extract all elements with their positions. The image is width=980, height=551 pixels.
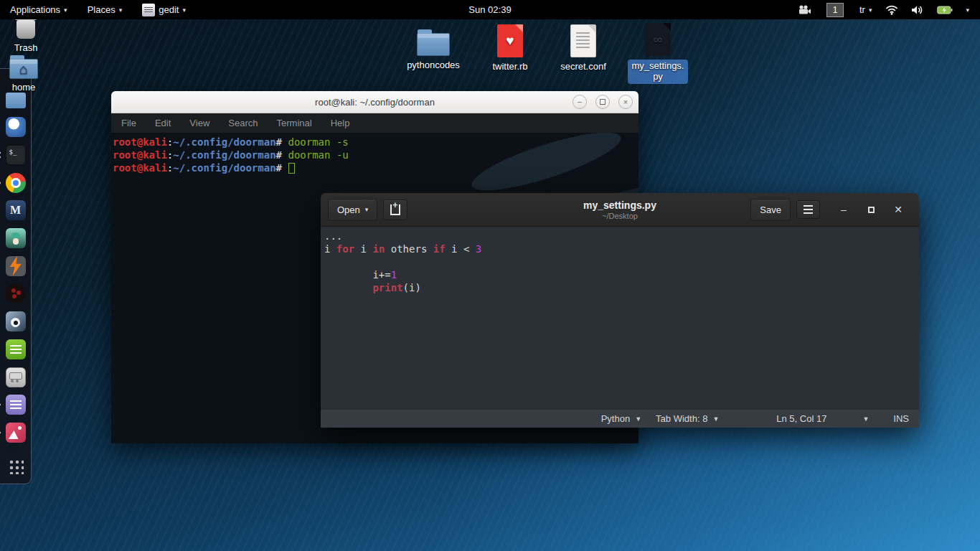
python-file-icon: ∞ xyxy=(645,23,671,56)
dock-item-iceweasel[interactable] xyxy=(5,117,27,138)
desktop-icon-my-settings-py[interactable]: ∞ my_settings. py xyxy=(623,23,692,84)
desktop-icon-home[interactable]: ⌂ home xyxy=(1,59,46,93)
chevron-down-icon: ▾ xyxy=(119,6,123,14)
gedit-headerbar[interactable]: my_settings.py ~/Desktop Open ▾ Save – ✕ xyxy=(321,193,919,227)
menu-edit[interactable]: Edit xyxy=(155,118,171,128)
applications-menu[interactable]: Applications ▾ xyxy=(0,0,77,19)
new-document-icon xyxy=(390,204,400,215)
cursor-position-label: Ln 5, Col 17 xyxy=(776,413,826,424)
dock-item-photos[interactable] xyxy=(5,423,27,443)
dock-item-zaproxy[interactable] xyxy=(5,311,27,332)
menu-search[interactable]: Search xyxy=(228,118,258,128)
dock-item-chrome[interactable] xyxy=(5,172,27,193)
chrome-icon xyxy=(6,173,26,193)
new-document-button[interactable] xyxy=(383,199,407,220)
text-file-icon xyxy=(570,24,596,57)
goto-line-dropdown[interactable]: ▼ xyxy=(855,415,876,423)
chevron-down-icon: ▼ xyxy=(635,415,641,423)
cursor-position[interactable]: Ln 5, Col 17 xyxy=(769,413,834,424)
label-line-1: my_settings. xyxy=(632,60,684,71)
desktop-icon-secret-conf[interactable]: secret.conf xyxy=(549,24,618,72)
desktop-icon-twitter-rb[interactable]: ♥ twitter.rb xyxy=(476,24,545,72)
system-menu-chevron[interactable]: ▾ xyxy=(961,0,974,19)
code-line: print(i) xyxy=(324,281,915,294)
gedit-app-icon xyxy=(142,4,155,17)
battery-icon[interactable] xyxy=(932,0,958,19)
desktop-icon-label: secret.conf xyxy=(549,61,618,72)
camera-icon[interactable] xyxy=(792,0,816,19)
menu-view[interactable]: View xyxy=(189,118,209,128)
clock-label: Sun 02:39 xyxy=(468,4,511,15)
menu-terminal[interactable]: Terminal xyxy=(277,118,312,128)
prompt-path: ~/.config/doorman xyxy=(173,136,275,148)
show-applications-button[interactable] xyxy=(5,456,27,476)
minimize-button[interactable]: − xyxy=(573,95,587,109)
dock-item-recorder[interactable] xyxy=(5,367,27,387)
prompt-path: ~/.config/doorman xyxy=(173,162,275,174)
close-button[interactable]: × xyxy=(618,95,633,109)
chevron-down-icon: ▼ xyxy=(862,415,869,423)
minimize-button[interactable]: – xyxy=(830,204,857,215)
prompt-hash: # xyxy=(276,162,288,174)
dock-item-beef[interactable] xyxy=(5,283,27,304)
close-button[interactable]: ✕ xyxy=(885,204,912,215)
open-button[interactable]: Open ▾ xyxy=(328,199,377,221)
terminal-icon: $_ xyxy=(6,145,26,165)
editor-area[interactable]: ... i for i in others if i < 3 i+=1 prin… xyxy=(321,227,919,409)
wifi-icon[interactable] xyxy=(880,0,903,19)
desktop-icon-label: home xyxy=(1,82,46,93)
maximize-button[interactable] xyxy=(857,204,885,215)
house-glyph: ⌂ xyxy=(10,60,37,78)
menu-file[interactable]: File xyxy=(121,118,136,128)
dock-item-gedit[interactable] xyxy=(5,395,27,415)
menu-help[interactable]: Help xyxy=(331,118,350,128)
volume-icon[interactable] xyxy=(906,0,929,19)
code-line: ... xyxy=(324,230,915,242)
desktop-icon-pythoncodes[interactable]: pythoncodes xyxy=(399,33,468,70)
terminal-line: root@kali:~/.config/doorman# doorman -u xyxy=(113,149,637,161)
language-selector[interactable]: Python ▼ xyxy=(594,413,649,424)
dock-item-armitage[interactable] xyxy=(5,228,27,249)
burpsuite-icon xyxy=(6,256,26,276)
metasploit-icon: M xyxy=(6,200,26,220)
prompt-user: root@kali xyxy=(113,136,167,148)
prompt-path: ~/.config/doorman xyxy=(173,149,275,161)
terminal-window-title: root@kali: ~/.config/doorman xyxy=(315,97,435,108)
language-label: Python xyxy=(601,413,630,424)
dock-item-terminal[interactable]: $_ xyxy=(5,144,27,165)
terminal-line: root@kali:~/.config/doorman# xyxy=(113,161,637,174)
dock-item-metasploit[interactable]: M xyxy=(5,200,27,221)
menu-button[interactable] xyxy=(796,200,820,219)
places-menu[interactable]: Places ▾ xyxy=(77,0,133,19)
gedit-window: my_settings.py ~/Desktop Open ▾ Save – ✕… xyxy=(321,193,919,428)
text-lines-glyph xyxy=(576,32,590,50)
focused-app-menu[interactable]: gedit ▾ xyxy=(132,0,196,19)
keyboard-layout-label: tr xyxy=(859,4,865,15)
home-folder-icon: ⌂ xyxy=(9,59,38,79)
ruby-gem-glyph: ♥ xyxy=(497,24,523,57)
trash-icon xyxy=(17,20,35,39)
ruby-file-icon: ♥ xyxy=(497,24,523,57)
keyboard-layout-menu[interactable]: tr ▾ xyxy=(854,0,877,19)
save-button[interactable]: Save xyxy=(750,199,791,221)
terminal-titlebar[interactable]: root@kali: ~/.config/doorman − × xyxy=(111,91,639,113)
desktop-icon-trash[interactable]: Trash xyxy=(3,20,49,53)
dock-item-text-editor[interactable] xyxy=(5,339,27,359)
prompt-user: root@kali xyxy=(113,162,167,174)
running-indicator xyxy=(0,404,1,406)
applications-label: Applications xyxy=(10,4,60,15)
save-button-label: Save xyxy=(760,204,781,215)
tab-width-selector[interactable]: Tab Width: 8 ▼ xyxy=(649,413,726,424)
app-grid-icon xyxy=(6,456,26,476)
workspace-indicator[interactable]: 1 xyxy=(826,3,844,17)
code-line: i+=1 xyxy=(324,268,915,281)
desktop-icon-label: twitter.rb xyxy=(476,61,545,72)
focused-app-label: gedit xyxy=(159,4,179,15)
recorder-icon xyxy=(6,367,26,387)
chevron-down-icon: ▾ xyxy=(365,206,369,213)
places-label: Places xyxy=(88,4,116,15)
maximize-button[interactable] xyxy=(595,95,610,109)
running-indicator xyxy=(0,431,1,433)
dock-item-burpsuite[interactable] xyxy=(5,255,27,276)
insert-mode-indicator[interactable]: INS xyxy=(886,413,909,424)
